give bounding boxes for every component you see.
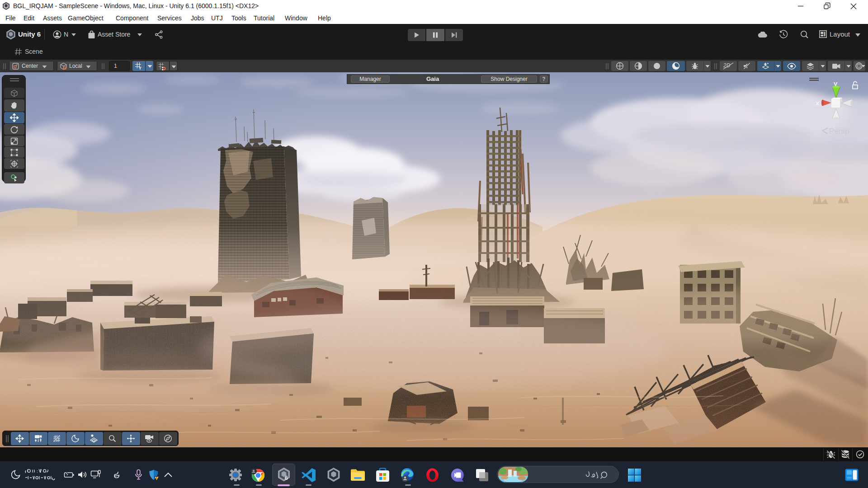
svg-text:Y: Y — [139, 66, 142, 70]
svg-text:x: x — [816, 99, 820, 107]
svg-text::: : — [37, 469, 38, 474]
svg-text:6: 6 — [285, 474, 288, 481]
svg-text:Persp: Persp — [829, 127, 849, 136]
svg-text:!: ! — [156, 476, 157, 479]
